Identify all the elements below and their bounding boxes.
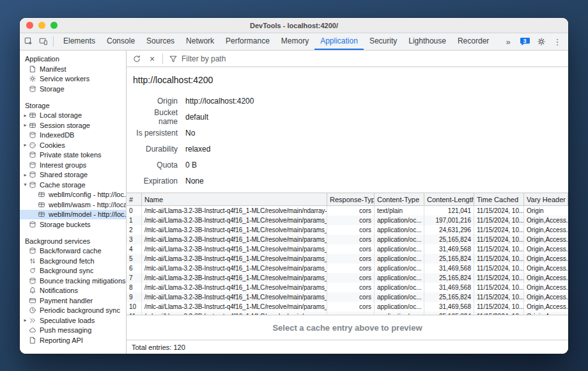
- chevron-right-icon[interactable]: [22, 142, 29, 148]
- chevron-right-icon[interactable]: [22, 113, 29, 118]
- tab-memory[interactable]: Memory: [275, 33, 314, 50]
- sidebar-item-local-storage[interactable]: Local storage: [20, 111, 126, 121]
- cell-num: 4: [127, 244, 142, 254]
- col-time-cached[interactable]: Time Cached: [474, 193, 524, 205]
- tab-network[interactable]: Network: [180, 33, 220, 50]
- cell-num: 6: [127, 264, 142, 273]
- traffic-lights: [26, 18, 58, 33]
- refresh-icon[interactable]: [130, 52, 144, 66]
- meta-value: None: [185, 177, 204, 186]
- sidebar-item-webllm-wasm[interactable]: webllm/wasm - http://loca...: [20, 200, 126, 210]
- cell-response-type: cors: [327, 206, 375, 216]
- sidebar-item-payment-handler[interactable]: Payment handler: [20, 296, 126, 306]
- col-vary-header[interactable]: Vary Header: [524, 193, 568, 205]
- sidebar-item-back-forward-cache[interactable]: Back/forward cache: [20, 246, 126, 257]
- cell-time-cached: 11/15/2024, 10...: [474, 216, 524, 225]
- messages-button[interactable]: 3: [517, 35, 532, 49]
- sidebar-item-storage-buckets[interactable]: Storage buckets: [20, 219, 126, 230]
- cell-content-type: application/oc...: [375, 254, 424, 264]
- cell-vary: Origin,Access...: [524, 283, 568, 292]
- table-row[interactable]: 3/mlc-ai/Llama-3.2-3B-Instruct-q4f16_1-M…: [127, 235, 568, 244]
- divider: [162, 54, 163, 64]
- inspect-element-icon[interactable]: [22, 35, 36, 49]
- devtools-window: DevTools - localhost:4200/ Elements Cons…: [20, 18, 568, 354]
- sidebar-item-indexeddb[interactable]: IndexedDB: [20, 130, 126, 141]
- col-content-length[interactable]: Content-Length: [424, 193, 474, 205]
- sidebar-item-cookies[interactable]: Cookies: [20, 140, 126, 150]
- cell-content-type: application/oc...: [375, 216, 424, 225]
- cell-name: /mlc-ai/Llama-3.2-3B-Instruct-q4f16_1-ML…: [142, 283, 327, 292]
- sidebar-item-periodic-background-sync[interactable]: Periodic background sync: [20, 306, 126, 316]
- settings-gear-icon[interactable]: [534, 35, 548, 49]
- tab-elements[interactable]: Elements: [58, 33, 101, 50]
- cell-name: /mlc-ai/Llama-3.2-3B-Instruct-q4f16_1-ML…: [142, 292, 327, 302]
- col-num[interactable]: #: [127, 193, 142, 205]
- double-arrow-icon: [29, 317, 36, 324]
- sidebar-item-label: Background fetch: [40, 257, 95, 265]
- minimize-button[interactable]: [38, 22, 45, 29]
- chevron-right-icon[interactable]: [22, 317, 29, 323]
- sidebar-item-session-storage[interactable]: Session storage: [20, 120, 126, 130]
- table-row[interactable]: 0/mlc-ai/Llama-3.2-3B-Instruct-q4f16_1-M…: [127, 206, 568, 216]
- table-row[interactable]: 9/mlc-ai/Llama-3.2-3B-Instruct-q4f16_1-M…: [127, 292, 568, 302]
- sidebar-item-label: Shared storage: [40, 171, 88, 178]
- cell-content-type: application/oc...: [375, 283, 424, 292]
- device-toolbar-icon[interactable]: [36, 35, 50, 49]
- close-button[interactable]: [26, 22, 33, 29]
- sidebar-item-cache-storage[interactable]: Cache storage: [20, 180, 126, 190]
- sidebar-item-notifications[interactable]: Notifications: [20, 286, 126, 296]
- tab-performance[interactable]: Performance: [220, 33, 275, 50]
- zoom-button[interactable]: [50, 22, 58, 29]
- cell-name: /mlc-ai/Llama-3.2-3B-Instruct-q4f16_1-ML…: [142, 206, 327, 216]
- tab-console[interactable]: Console: [101, 33, 141, 50]
- table-row[interactable]: 8/mlc-ai/Llama-3.2-3B-Instruct-q4f16_1-M…: [127, 283, 568, 292]
- sidebar-item-webllm-model[interactable]: webllm/model - http://loc...: [20, 210, 126, 220]
- table-row[interactable]: 6/mlc-ai/Llama-3.2-3B-Instruct-q4f16_1-M…: [127, 264, 568, 273]
- tab-lighthouse[interactable]: Lighthouse: [403, 33, 452, 50]
- kebab-menu-icon[interactable]: ⋮: [550, 35, 564, 49]
- table-row[interactable]: 10/mlc-ai/Llama-3.2-3B-Instruct-q4f16_1-…: [127, 302, 568, 312]
- cell-num: 7: [127, 273, 142, 283]
- tab-recorder[interactable]: Recorder: [452, 33, 495, 50]
- cell-name: /mlc-ai/Llama-3.2-3B-Instruct-q4f16_1-ML…: [142, 302, 327, 312]
- document-icon: [29, 336, 36, 344]
- sidebar-item-service-workers[interactable]: Service workers: [20, 74, 126, 84]
- chevron-down-icon[interactable]: [22, 182, 29, 187]
- table-row[interactable]: 5/mlc-ai/Llama-3.2-3B-Instruct-q4f16_1-M…: [127, 254, 568, 264]
- chevron-right-icon[interactable]: [22, 122, 29, 128]
- tab-security[interactable]: Security: [364, 33, 403, 50]
- more-tabs-icon[interactable]: »: [501, 35, 515, 49]
- tab-application[interactable]: Application: [314, 33, 364, 50]
- tab-sources[interactable]: Sources: [141, 33, 180, 50]
- filter-input[interactable]: [182, 54, 277, 63]
- chevron-right-icon[interactable]: [22, 172, 29, 178]
- col-response-type[interactable]: Response-Type: [327, 193, 375, 205]
- cell-name: /mlc-ai/Llama-3.2-3B-Instruct-q4f16_1-ML…: [142, 264, 327, 273]
- col-content-type[interactable]: Content-Type: [375, 193, 424, 205]
- sidebar-item-private-state-tokens[interactable]: Private state tokens: [20, 150, 126, 161]
- sidebar-item-background-fetch[interactable]: Background fetch: [20, 256, 126, 266]
- table-row[interactable]: 1/mlc-ai/Llama-3.2-3B-Instruct-q4f16_1-M…: [127, 216, 568, 225]
- sidebar-item-reporting-api[interactable]: Reporting API: [20, 335, 126, 345]
- table-row[interactable]: 2/mlc-ai/Llama-3.2-3B-Instruct-q4f16_1-M…: [127, 225, 568, 235]
- sidebar-item-push-messaging[interactable]: Push messaging: [20, 326, 126, 336]
- table-row[interactable]: 4/mlc-ai/Llama-3.2-3B-Instruct-q4f16_1-M…: [127, 244, 568, 254]
- cell-content-length: 31,469,568: [424, 264, 474, 273]
- sidebar-item-storage[interactable]: Storage: [20, 84, 126, 94]
- cell-time-cached: 11/15/2024, 10...: [474, 254, 524, 264]
- sidebar-item-background-sync[interactable]: Background sync: [20, 266, 126, 276]
- sidebar-item-bounce-tracking-mitigations[interactable]: Bounce tracking mitigations: [20, 276, 126, 286]
- cell-vary: Origin,Access...: [524, 254, 568, 264]
- sidebar-item-manifest[interactable]: Manifest: [20, 64, 126, 74]
- sidebar-item-interest-groups[interactable]: Interest groups: [20, 160, 126, 170]
- table-row[interactable]: 7/mlc-ai/Llama-3.2-3B-Instruct-q4f16_1-M…: [127, 273, 568, 283]
- sidebar-item-shared-storage[interactable]: Shared storage: [20, 170, 126, 180]
- cell-content-length: 24,631,296: [424, 225, 474, 235]
- panel-tabs: Elements Console Sources Network Perform…: [58, 33, 497, 50]
- sidebar-item-webllm-config[interactable]: webllm/config - http://loc...: [20, 190, 126, 200]
- cell-name: /mlc-ai/Llama-3.2-3B-Instruct-q4f16_1-ML…: [142, 235, 327, 244]
- col-name[interactable]: Name: [142, 193, 327, 205]
- delete-selected-icon[interactable]: ×: [145, 52, 159, 66]
- sidebar-item-speculative-loads[interactable]: Speculative loads: [20, 315, 126, 326]
- sidebar-item-label: Manifest: [40, 65, 66, 73]
